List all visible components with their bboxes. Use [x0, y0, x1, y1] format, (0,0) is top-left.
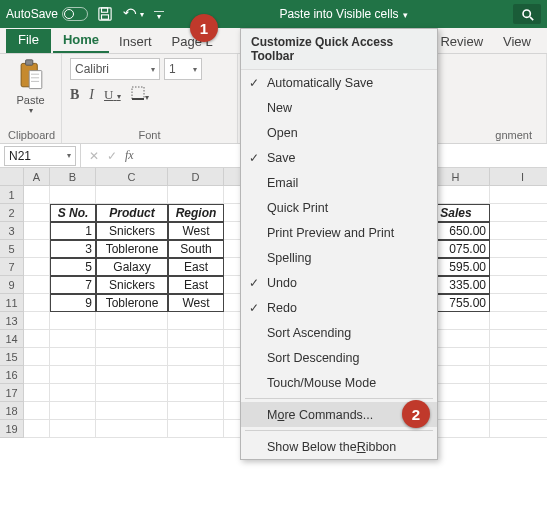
- save-icon[interactable]: [98, 7, 112, 21]
- autosave-control[interactable]: AutoSave: [6, 7, 88, 21]
- qat-item-new[interactable]: New: [241, 95, 437, 120]
- row-header[interactable]: 14: [0, 330, 24, 348]
- underline-button[interactable]: U ▾: [104, 87, 121, 103]
- callout-badge-1: 1: [190, 14, 218, 42]
- row-header[interactable]: 16: [0, 366, 24, 384]
- paste-icon: [16, 58, 46, 94]
- tab-insert[interactable]: Insert: [109, 30, 162, 53]
- undo-icon[interactable]: ▾: [122, 7, 144, 21]
- tab-view[interactable]: View: [493, 30, 541, 53]
- qat-item-autosave[interactable]: Automatically Save: [241, 70, 437, 95]
- svg-point-3: [523, 10, 530, 17]
- group-label-clipboard: Clipboard: [8, 127, 53, 141]
- col-header[interactable]: C: [96, 168, 168, 186]
- table-header-region[interactable]: Region: [168, 204, 224, 222]
- bold-button[interactable]: B: [70, 87, 79, 103]
- svg-rect-2: [102, 15, 109, 19]
- font-name-select[interactable]: Calibri▾: [70, 58, 160, 80]
- row-header[interactable]: 13: [0, 312, 24, 330]
- customize-qat-dropdown[interactable]: —▾: [154, 8, 164, 20]
- name-box[interactable]: N21▾: [4, 146, 76, 166]
- select-all-corner[interactable]: [0, 168, 24, 186]
- row-header[interactable]: 11: [0, 294, 24, 312]
- italic-button[interactable]: I: [89, 87, 94, 103]
- qat-item-open[interactable]: Open: [241, 120, 437, 145]
- search-icon: [521, 8, 534, 21]
- col-header[interactable]: A: [24, 168, 50, 186]
- customize-qat-menu: Customize Quick Access Toolbar Automatic…: [240, 28, 438, 460]
- col-header[interactable]: I: [490, 168, 547, 186]
- svg-rect-6: [25, 60, 32, 65]
- row-header[interactable]: 1: [0, 186, 24, 204]
- menu-separator: [245, 430, 433, 431]
- titlebar: AutoSave ▾ —▾ Paste into Visible cells▾: [0, 0, 547, 28]
- cancel-entry-icon[interactable]: ✕: [89, 149, 99, 163]
- tab-file[interactable]: File: [6, 29, 51, 53]
- row-header[interactable]: 5: [0, 240, 24, 258]
- paste-button[interactable]: Paste ▾: [8, 58, 53, 115]
- autosave-label: AutoSave: [6, 7, 58, 21]
- qat-item-redo[interactable]: Redo: [241, 295, 437, 320]
- qat-item-save[interactable]: Save: [241, 145, 437, 170]
- font-size-select[interactable]: 1▾: [164, 58, 202, 80]
- qat-item-show-below[interactable]: Show Below the Ribbon: [241, 434, 437, 459]
- borders-icon: [131, 86, 145, 100]
- tab-review[interactable]: Review: [430, 30, 493, 53]
- callout-badge-2: 2: [402, 400, 430, 428]
- table-header-sno[interactable]: S No.: [50, 204, 96, 222]
- qat-item-sort-asc[interactable]: Sort Ascending: [241, 320, 437, 345]
- qat-item-print-preview[interactable]: Print Preview and Print: [241, 220, 437, 245]
- tab-home[interactable]: Home: [53, 28, 109, 53]
- group-font: Calibri▾ 1▾ B I U ▾ ▾ Font: [62, 54, 238, 143]
- col-header[interactable]: B: [50, 168, 96, 186]
- fx-icon[interactable]: fx: [125, 148, 134, 163]
- row-header[interactable]: 7: [0, 258, 24, 276]
- row-header[interactable]: 17: [0, 384, 24, 402]
- window-title: Paste into Visible cells▾: [174, 7, 513, 21]
- qat-item-touch-mouse[interactable]: Touch/Mouse Mode: [241, 370, 437, 395]
- confirm-entry-icon[interactable]: ✓: [107, 149, 117, 163]
- col-header[interactable]: D: [168, 168, 224, 186]
- qat-item-sort-desc[interactable]: Sort Descending: [241, 345, 437, 370]
- qat-item-undo[interactable]: Undo: [241, 270, 437, 295]
- borders-button[interactable]: ▾: [131, 86, 149, 104]
- row-header[interactable]: 15: [0, 348, 24, 366]
- qat-menu-title: Customize Quick Access Toolbar: [241, 29, 437, 70]
- autosave-toggle-icon[interactable]: [62, 7, 88, 21]
- search-button[interactable]: [513, 4, 541, 24]
- qat-item-spelling[interactable]: Spelling: [241, 245, 437, 270]
- svg-rect-7: [29, 71, 42, 89]
- group-label-font: Font: [70, 127, 229, 141]
- svg-line-4: [529, 16, 532, 19]
- row-header[interactable]: 3: [0, 222, 24, 240]
- row-header[interactable]: 2: [0, 204, 24, 222]
- svg-rect-1: [102, 8, 108, 12]
- svg-rect-0: [99, 8, 111, 20]
- group-clipboard: Paste ▾ Clipboard: [0, 54, 62, 143]
- row-header[interactable]: 9: [0, 276, 24, 294]
- svg-rect-11: [132, 87, 144, 99]
- row-header[interactable]: 19: [0, 420, 24, 438]
- row-header[interactable]: 18: [0, 402, 24, 420]
- qat-item-quick-print[interactable]: Quick Print: [241, 195, 437, 220]
- table-header-product[interactable]: Product: [96, 204, 168, 222]
- qat-item-email[interactable]: Email: [241, 170, 437, 195]
- menu-separator: [245, 398, 433, 399]
